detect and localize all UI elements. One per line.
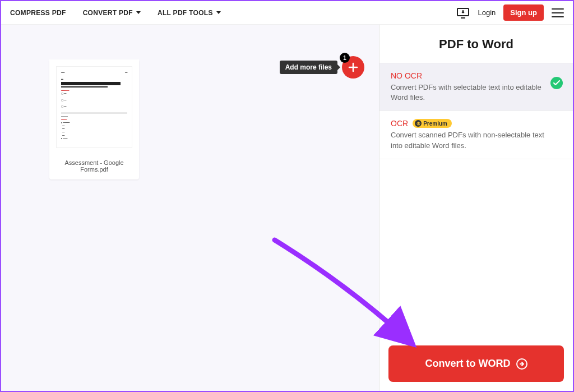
option-ocr-title-text: OCR bbox=[391, 119, 408, 128]
main: ━━━━━ ▬ ━━━━━━━ ◯ ━━◯ ━━◯ ━━ ▬▬▬ ━━━━━ ▸… bbox=[1, 25, 573, 391]
canvas-area: ━━━━━ ▬ ━━━━━━━ ◯ ━━◯ ━━◯ ━━ ▬▬▬ ━━━━━ ▸… bbox=[1, 25, 379, 391]
chevron-down-icon bbox=[136, 11, 141, 14]
add-files-button[interactable]: 1 bbox=[342, 56, 364, 79]
download-desktop-icon[interactable] bbox=[456, 7, 470, 19]
premium-badge: ♔ Premium bbox=[413, 119, 452, 128]
nav-left: COMPRESS PDF CONVERT PDF ALL PDF TOOLS bbox=[10, 9, 221, 17]
option-ocr[interactable]: OCR ♔ Premium Convert scanned PDFs with … bbox=[379, 110, 573, 159]
nav-convert-label: CONVERT PDF bbox=[83, 9, 133, 17]
menu-icon[interactable] bbox=[552, 8, 564, 17]
option-ocr-desc: Convert scanned PDFs with non-selectable… bbox=[391, 130, 562, 150]
nav-all-tools-label: ALL PDF TOOLS bbox=[158, 9, 213, 17]
file-name-label: Assessment - Google Forms.pdf bbox=[49, 155, 139, 179]
option-no-ocr-title: NO OCR bbox=[391, 71, 562, 80]
nav-right: Login Sign up bbox=[456, 4, 564, 21]
header: COMPRESS PDF CONVERT PDF ALL PDF TOOLS L… bbox=[1, 1, 573, 25]
crown-icon: ♔ bbox=[415, 120, 422, 127]
add-more-group: Add more files 1 bbox=[280, 56, 364, 79]
convert-button-label: Convert to WORD bbox=[425, 358, 511, 370]
file-count-badge: 1 bbox=[340, 53, 350, 63]
arrow-right-circle-icon bbox=[516, 358, 527, 370]
signup-button[interactable]: Sign up bbox=[503, 4, 544, 21]
sidebar: PDF to Word NO OCR Convert PDFs with sel… bbox=[379, 25, 573, 391]
option-no-ocr[interactable]: NO OCR Convert PDFs with selectable text… bbox=[379, 63, 573, 110]
nav-convert[interactable]: CONVERT PDF bbox=[83, 9, 141, 17]
sidebar-spacer bbox=[379, 159, 573, 336]
login-link[interactable]: Login bbox=[478, 8, 496, 17]
option-no-ocr-desc: Convert PDFs with selectable text into e… bbox=[391, 82, 562, 103]
option-ocr-title: OCR ♔ Premium bbox=[391, 119, 562, 128]
plus-icon bbox=[348, 62, 359, 73]
sidebar-title: PDF to Word bbox=[379, 25, 573, 63]
check-icon bbox=[550, 77, 563, 89]
convert-button[interactable]: Convert to WORD bbox=[388, 345, 564, 382]
premium-badge-text: Premium bbox=[423, 121, 447, 127]
nav-compress[interactable]: COMPRESS PDF bbox=[10, 9, 66, 17]
file-thumbnail: ━━━━━ ▬ ━━━━━━━ ◯ ━━◯ ━━◯ ━━ ▬▬▬ ━━━━━ ▸… bbox=[49, 59, 139, 155]
add-more-tooltip: Add more files bbox=[280, 61, 337, 74]
nav-all-tools[interactable]: ALL PDF TOOLS bbox=[158, 9, 221, 17]
chevron-down-icon bbox=[216, 11, 221, 14]
file-card[interactable]: ━━━━━ ▬ ━━━━━━━ ◯ ━━◯ ━━◯ ━━ ▬▬▬ ━━━━━ ▸… bbox=[49, 59, 139, 179]
